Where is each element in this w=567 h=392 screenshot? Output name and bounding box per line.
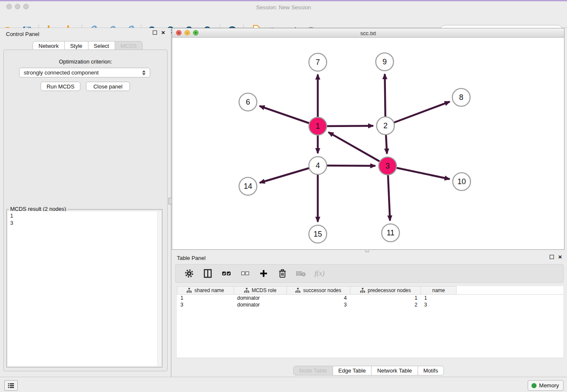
cell-mcds-role[interactable]: dominator bbox=[234, 301, 287, 308]
column-header-empty bbox=[457, 287, 564, 295]
result-scrollbar[interactable] bbox=[157, 211, 161, 366]
run-mcds-button[interactable]: Run MCDS bbox=[41, 82, 80, 91]
mcds-result-line: 1 bbox=[10, 212, 161, 219]
memory-label: Memory bbox=[539, 382, 559, 389]
cell-predecessor-nodes[interactable]: 1 bbox=[350, 295, 421, 302]
close-panel-button[interactable]: Close panel bbox=[86, 82, 130, 91]
mcds-result-list[interactable]: 1 3 bbox=[8, 211, 161, 366]
tab-node-table[interactable]: Node Table bbox=[293, 366, 333, 375]
column-header-successor-nodes[interactable]: successor nodes bbox=[287, 287, 350, 295]
cell-successor-nodes[interactable]: 3 bbox=[287, 301, 350, 308]
cell-shared-name[interactable]: 1 bbox=[177, 295, 234, 302]
hierarchy-icon bbox=[295, 288, 300, 293]
graph-node-label-3: 3 bbox=[385, 162, 390, 170]
column-header-predecessor-nodes[interactable]: predecessor nodes bbox=[350, 287, 421, 295]
table-tabs: Node Table Edge Table Network Table Moti… bbox=[293, 366, 444, 375]
graph-node-label-4: 4 bbox=[316, 161, 320, 170]
mcds-panel: Optimization criterion: strongly connect… bbox=[3, 50, 168, 371]
table-row[interactable]: 3 dominator 3 2 3 bbox=[177, 301, 564, 308]
control-panel-title: Control Panel bbox=[6, 31, 39, 37]
network-window-title: scc.txt bbox=[172, 30, 564, 36]
mcds-result-group: MCDS result (2 nodes) 1 3 bbox=[6, 209, 162, 367]
memory-status-icon bbox=[531, 383, 537, 388]
task-history-button[interactable] bbox=[4, 380, 18, 391]
tab-network-table[interactable]: Network Table bbox=[371, 366, 418, 375]
status-bar: Memory bbox=[0, 377, 567, 392]
tab-motifs[interactable]: Motifs bbox=[418, 366, 444, 375]
hierarchy-icon bbox=[360, 288, 365, 293]
table-header-row: shared name MCDS role successor nodes pr… bbox=[177, 287, 564, 295]
graph-node-label-11: 11 bbox=[387, 229, 395, 237]
column-header-shared-name[interactable]: shared name bbox=[177, 287, 234, 295]
cell-name[interactable]: 3 bbox=[421, 301, 457, 308]
cell-shared-name[interactable]: 3 bbox=[177, 301, 234, 308]
cell-predecessor-nodes[interactable]: 2 bbox=[350, 301, 421, 308]
column-header-mcds-role[interactable]: MCDS role bbox=[234, 287, 287, 295]
network-window-titlebar[interactable]: × − + scc.txt bbox=[172, 28, 564, 38]
table-panel: Table Panel f(x) shared name bbox=[172, 253, 567, 377]
graph-node-label-14: 14 bbox=[244, 182, 252, 190]
graph-node-label-7: 7 bbox=[316, 58, 320, 66]
table-toolbar: f(x) bbox=[175, 264, 564, 283]
table-panel-float-button[interactable] bbox=[550, 255, 554, 259]
graph-edge-3-10[interactable] bbox=[388, 166, 450, 179]
graph-node-label-10: 10 bbox=[457, 177, 466, 186]
delete-row-icon[interactable] bbox=[277, 268, 287, 279]
optimization-criterion-label: Optimization criterion: bbox=[4, 58, 167, 65]
select-all-checkboxes-icon[interactable] bbox=[221, 268, 231, 279]
node-table[interactable]: shared name MCDS role successor nodes pr… bbox=[177, 286, 563, 308]
mcds-result-line: 3 bbox=[10, 219, 161, 226]
add-row-icon[interactable] bbox=[259, 268, 269, 279]
table-row[interactable]: 1 dominator 4 1 1 bbox=[177, 295, 564, 302]
network-canvas[interactable]: 7968124314101511 bbox=[172, 38, 564, 249]
graph-node-label-6: 6 bbox=[246, 98, 250, 106]
control-panel: Control Panel Network Style Select MCDS … bbox=[0, 28, 171, 377]
column-header-name[interactable]: name bbox=[421, 287, 457, 295]
cell-mcds-role[interactable]: dominator bbox=[234, 295, 287, 302]
hierarchy-icon bbox=[187, 288, 192, 293]
session-title: Session: New Session bbox=[0, 4, 567, 11]
network-view-window: × − + scc.txt 7968124314101511 bbox=[172, 28, 564, 250]
function-builder-icon: f(x) bbox=[314, 268, 325, 279]
app-titlebar: Session: New Session bbox=[0, 1, 567, 11]
graph-node-label-15: 15 bbox=[314, 230, 322, 238]
table-panel-title: Table Panel bbox=[177, 255, 206, 261]
table-panel-close-button[interactable] bbox=[558, 255, 562, 259]
cell-empty bbox=[457, 301, 564, 308]
graph-edge-2-8[interactable] bbox=[385, 102, 450, 126]
vertical-splitter-handle[interactable] bbox=[365, 249, 369, 252]
delete-table-icon bbox=[296, 268, 306, 279]
control-panel-close-button[interactable] bbox=[161, 30, 165, 35]
graph-edge-3-1[interactable] bbox=[328, 132, 388, 166]
graph-node-label-9: 9 bbox=[383, 58, 387, 66]
graph-node-label-8: 8 bbox=[459, 93, 463, 102]
list-icon bbox=[8, 383, 14, 389]
gear-icon[interactable] bbox=[184, 268, 194, 279]
optimization-criterion-select[interactable]: strongly connected component bbox=[19, 68, 150, 77]
hierarchy-icon bbox=[244, 288, 249, 293]
deselect-all-checkboxes-icon[interactable] bbox=[240, 268, 250, 279]
optimization-criterion-value: strongly connected component bbox=[24, 69, 99, 76]
cell-empty bbox=[457, 295, 564, 302]
tab-edge-table[interactable]: Edge Table bbox=[333, 366, 372, 375]
graph-node-label-2: 2 bbox=[383, 121, 388, 130]
chevron-updown-icon bbox=[142, 70, 146, 75]
main-toolbar bbox=[0, 11, 567, 28]
cell-name[interactable]: 1 bbox=[421, 295, 457, 302]
graph-node-label-1: 1 bbox=[316, 122, 320, 130]
split-columns-icon[interactable] bbox=[203, 268, 213, 279]
control-panel-float-button[interactable] bbox=[153, 30, 157, 35]
memory-button[interactable]: Memory bbox=[528, 380, 564, 391]
cell-successor-nodes[interactable]: 4 bbox=[287, 295, 350, 302]
